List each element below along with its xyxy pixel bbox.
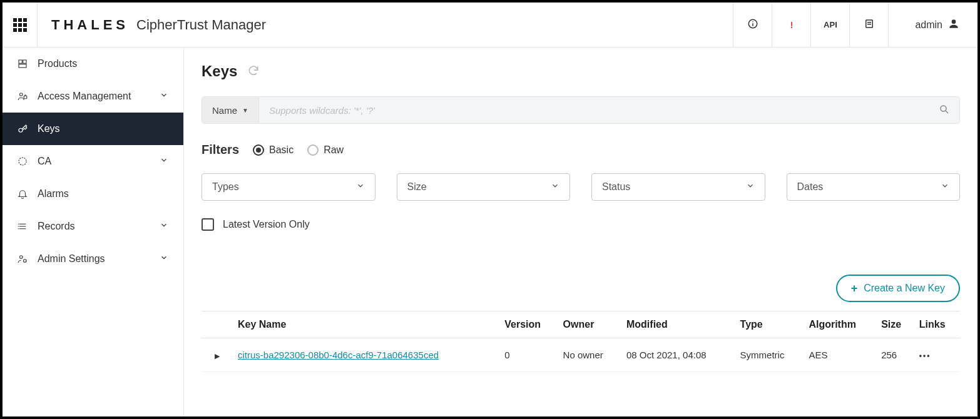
svg-point-19 [20,256,23,259]
chevron-down-icon [160,221,170,232]
search-input[interactable] [259,97,929,123]
sidebar: Products Access Management Keys CA [3,48,184,416]
chevron-down-icon [356,181,365,193]
svg-rect-8 [19,64,26,68]
dropdown-label: Types [212,181,239,193]
chevron-down-icon [160,156,170,167]
api-link[interactable]: API [810,3,849,47]
filter-types[interactable]: Types [202,173,375,201]
col-links[interactable]: Links [914,311,960,338]
user-icon [947,18,960,33]
sidebar-item-label: Access Management [38,91,151,102]
svg-point-12 [19,158,26,165]
radio-label: Raw [324,144,344,156]
expand-row-button[interactable]: ▶ [215,352,220,360]
latest-version-label: Latest Version Only [223,219,310,230]
col-owner[interactable]: Owner [558,311,621,338]
svg-point-17 [18,226,19,227]
svg-point-11 [19,128,23,132]
sidebar-item-label: Alarms [38,188,170,199]
refresh-button[interactable] [247,64,260,79]
search-button[interactable] [929,97,959,123]
dropdown-label: Size [407,181,427,193]
latest-version-checkbox[interactable] [202,218,214,231]
search-field-label: Name [212,105,237,116]
chevron-down-icon [160,91,170,102]
cell-size: 256 [876,338,914,372]
svg-point-21 [941,106,946,111]
dropdown-label: Dates [797,181,824,193]
sidebar-item-records[interactable]: Records [3,210,183,243]
table-row: ▶ citrus-ba292306-08b0-4d6c-acf9-71a0646… [202,338,960,372]
radio-label: Basic [269,144,293,156]
search-icon [939,104,950,117]
cell-algorithm: AES [804,338,876,372]
col-modified[interactable]: Modified [621,311,735,338]
svg-rect-7 [23,60,26,63]
caret-down-icon: ▼ [242,107,248,114]
filter-size[interactable]: Size [397,173,571,201]
chevron-down-icon [551,181,559,193]
admin-icon [16,253,29,265]
cell-owner: No owner [558,338,621,372]
page-title: Keys [202,63,237,80]
apps-icon [13,18,27,32]
filter-status[interactable]: Status [591,173,765,201]
user-menu[interactable]: admin [888,3,977,47]
create-key-button[interactable]: + Create a New Key [836,275,960,302]
user-label: admin [915,19,942,31]
brand-product: CipherTrust Manager [136,17,266,33]
sidebar-item-label: Records [38,221,151,232]
chevron-down-icon [746,181,755,193]
filter-mode-basic[interactable]: Basic [253,144,293,156]
alert-button[interactable]: ! [772,3,810,47]
info-button[interactable] [733,3,772,47]
sidebar-item-label: Products [38,58,170,69]
sidebar-item-alarms[interactable]: Alarms [3,178,183,210]
apps-button[interactable] [3,3,38,47]
sidebar-item-label: Admin Settings [38,253,151,265]
plus-icon: + [851,282,858,295]
sidebar-item-products[interactable]: Products [3,48,183,80]
key-name-link[interactable]: citrus-ba292306-08b0-4d6c-acf9-71a064635… [238,350,439,360]
radio-icon [307,144,319,156]
row-actions-button[interactable]: ••• [919,351,931,360]
filter-mode-raw[interactable]: Raw [307,144,344,156]
docs-icon [864,18,875,31]
sidebar-item-keys[interactable]: Keys [3,113,183,145]
col-size[interactable]: Size [876,311,914,338]
cell-modified: 08 Oct 2021, 04:08 [621,338,735,372]
filter-dates[interactable]: Dates [787,173,961,201]
brand: THALES CipherTrust Manager [38,3,733,47]
svg-point-20 [24,260,27,263]
svg-point-16 [18,224,19,225]
col-algorithm[interactable]: Algorithm [804,311,876,338]
filters-label: Filters [202,143,239,157]
main-content: Keys Name ▼ Filters Basic [184,48,977,416]
sidebar-item-label: Keys [38,123,170,134]
create-key-label: Create a New Key [864,283,945,294]
cell-version: 0 [499,338,558,372]
sidebar-item-ca[interactable]: CA [3,145,183,178]
people-lock-icon [16,91,29,102]
info-icon [747,18,758,31]
sidebar-item-admin-settings[interactable]: Admin Settings [3,243,183,275]
sidebar-item-access-management[interactable]: Access Management [3,80,183,113]
chevron-down-icon [941,181,949,193]
svg-point-2 [752,21,753,23]
svg-point-9 [20,93,23,96]
alert-icon: ! [790,19,793,30]
search-field-selector[interactable]: Name ▼ [202,97,259,123]
col-version[interactable]: Version [499,311,558,338]
svg-rect-6 [19,60,22,63]
docs-button[interactable] [849,3,888,47]
col-type[interactable]: Type [735,311,804,338]
chevron-down-icon [160,253,170,265]
cell-type: Symmetric [735,338,804,372]
bell-icon [16,188,29,199]
records-icon [16,221,29,232]
col-key-name[interactable]: Key Name [233,311,499,338]
ca-icon [16,156,29,167]
products-icon [16,58,29,69]
search-bar: Name ▼ [202,96,960,124]
